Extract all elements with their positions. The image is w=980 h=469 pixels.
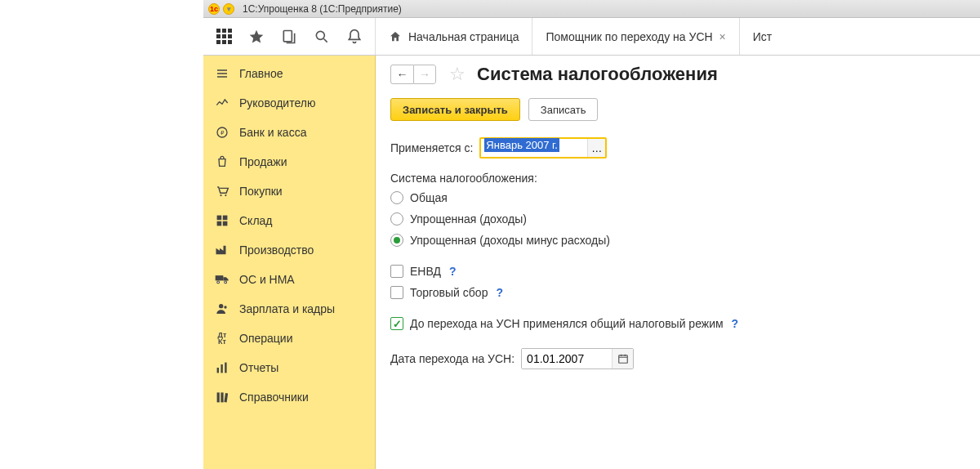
sidebar-item-label: Производство [239, 243, 314, 257]
sidebar-item-operations[interactable]: ДтКт Операции [203, 324, 375, 353]
svg-point-5 [225, 194, 226, 196]
sidebar-item-reports[interactable]: Отчеты [203, 353, 375, 382]
sidebar-item-purchases[interactable]: Покупки [203, 176, 375, 206]
radio-simplified-income[interactable]: Упрощенная (доходы) [390, 212, 965, 226]
tab-home[interactable]: Начальная страница [376, 18, 532, 55]
content: ← → ☆ Система налогооблoжения Записать и… [376, 56, 980, 469]
svg-point-4 [220, 194, 221, 196]
sidebar-item-label: Продажи [239, 155, 287, 168]
bell-icon[interactable] [344, 26, 365, 47]
sidebar-item-label: ОС и НМА [239, 273, 295, 286]
svg-text:₽: ₽ [220, 129, 225, 136]
favorite-star-icon[interactable]: ☆ [449, 64, 466, 85]
dropdown-icon[interactable]: ▾ [223, 3, 234, 15]
applies-from-picker-button[interactable]: … [587, 139, 605, 157]
save-button[interactable]: Записать [528, 98, 599, 121]
check-prior-regime[interactable]: ✓ До перехода на УСН применялся общий на… [390, 317, 965, 330]
history-icon[interactable] [278, 26, 300, 47]
sidebar-item-label: Справочники [239, 391, 309, 404]
checkbox-icon [390, 265, 403, 278]
help-icon[interactable]: ? [732, 317, 739, 330]
home-icon [389, 30, 402, 43]
tax-system-label: Система налогооблoжения: [390, 172, 965, 185]
apps-icon[interactable] [213, 26, 234, 47]
sidebar-item-label: Склад [239, 214, 273, 227]
sidebar-item-warehouse[interactable]: Склад [203, 206, 375, 235]
radio-label: Упрощенная (доходы минус расходы) [410, 234, 610, 247]
tab-label: Начальная страница [408, 30, 519, 43]
calendar-icon[interactable] [612, 349, 633, 368]
tab-usn-helper[interactable]: Помощник по переходу на УСН × [532, 18, 739, 55]
boxes-icon [215, 214, 229, 227]
svg-rect-19 [220, 392, 223, 402]
help-icon[interactable]: ? [496, 286, 503, 299]
checkbox-icon: ✓ [390, 317, 403, 330]
tab-label: Ист [753, 30, 772, 43]
radio-icon [390, 212, 403, 226]
app-icon: 1c [208, 3, 220, 15]
sidebar-item-label: Главное [239, 67, 283, 80]
sidebar-item-label: Операции [239, 332, 293, 345]
menu-icon [215, 67, 229, 80]
applies-from-value[interactable]: Январь 2007 г. [484, 138, 559, 152]
applies-from-field[interactable]: Январь 2007 г. … [479, 137, 607, 159]
toolbar: Начальная страница Помощник по переходу … [203, 18, 980, 56]
svg-rect-7 [223, 216, 228, 221]
tab-truncated[interactable]: Ист [740, 18, 785, 55]
close-icon[interactable]: × [719, 30, 726, 43]
applies-from-label: Применяется с: [390, 141, 473, 154]
svg-rect-16 [220, 364, 222, 373]
svg-rect-15 [217, 368, 219, 373]
check-envd[interactable]: ЕНВД ? [390, 265, 965, 278]
dtkt-icon: ДтКт [215, 332, 229, 345]
sidebar-item-manager[interactable]: Руководителю [203, 88, 375, 118]
svg-point-14 [224, 306, 226, 308]
page-title: Система налогооблoжения [477, 64, 718, 85]
person-icon [215, 302, 229, 315]
radio-label: Упрощенная (доходы) [410, 212, 527, 226]
svg-point-1 [316, 31, 324, 39]
sidebar-item-hr[interactable]: Зарплата и кадры [203, 294, 375, 324]
svg-point-12 [225, 281, 227, 284]
favorite-icon[interactable] [246, 26, 267, 47]
factory-icon [215, 244, 229, 256]
svg-rect-9 [223, 221, 228, 226]
check-trade-fee[interactable]: Торговый сбор ? [390, 286, 965, 299]
search-icon[interactable] [311, 26, 332, 47]
check-label: До перехода на УСН применялся общий нало… [410, 317, 724, 330]
transition-date-field[interactable] [521, 348, 634, 369]
transition-date-input[interactable] [522, 349, 612, 368]
svg-rect-18 [217, 392, 220, 402]
save-close-button[interactable]: Записать и закрыть [390, 98, 520, 121]
svg-rect-0 [283, 30, 292, 41]
sidebar: Главное Руководителю ₽ Банк и касса Прод… [203, 56, 376, 469]
radio-label: Общая [410, 191, 448, 204]
sidebar-item-label: Зарплата и кадры [239, 302, 335, 315]
radio-general[interactable]: Общая [390, 191, 965, 204]
nav-forward-button[interactable]: → [413, 65, 436, 84]
cart-icon [215, 185, 229, 198]
sidebar-item-label: Банк и касса [239, 126, 306, 139]
books-icon [215, 391, 229, 404]
checkbox-icon [390, 286, 403, 299]
check-label: Торговый сбор [410, 286, 488, 299]
truck-icon [215, 274, 229, 285]
radio-icon [390, 191, 403, 204]
window-title: 1С:Упрощенка 8 (1С:Предприятие) [243, 3, 402, 15]
sidebar-item-bank[interactable]: ₽ Банк и касса [203, 118, 375, 147]
sidebar-item-assets[interactable]: ОС и НМА [203, 265, 375, 294]
bag-icon [215, 155, 229, 168]
svg-rect-8 [217, 221, 222, 226]
sidebar-item-main[interactable]: Главное [203, 59, 375, 88]
sidebar-item-catalogs[interactable]: Справочники [203, 382, 375, 412]
sidebar-item-sales[interactable]: Продажи [203, 147, 375, 176]
svg-point-13 [219, 304, 223, 308]
window-titlebar: 1c ▾ 1С:Упрощенка 8 (1С:Предприятие) [203, 0, 980, 18]
help-icon[interactable]: ? [449, 265, 457, 278]
radio-icon [390, 234, 403, 247]
svg-point-11 [217, 281, 220, 284]
sidebar-item-production[interactable]: Производство [203, 235, 375, 265]
radio-simplified-income-expenses[interactable]: Упрощенная (доходы минус расходы) [390, 234, 965, 247]
nav-back-button[interactable]: ← [390, 65, 413, 84]
sidebar-item-label: Руководителю [239, 96, 315, 109]
